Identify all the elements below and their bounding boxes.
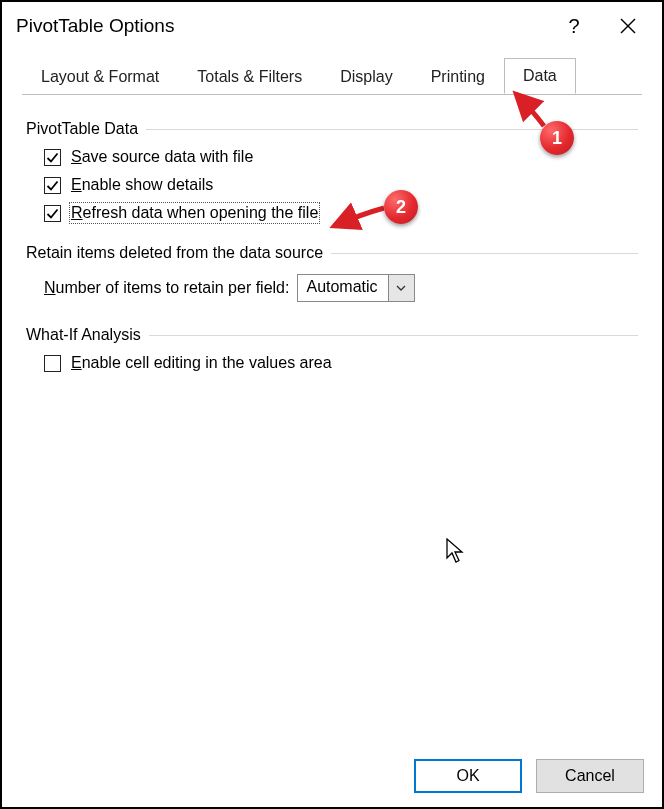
help-button[interactable]: ? [554, 6, 594, 46]
tab-data[interactable]: Data [504, 58, 576, 94]
checkbox-save-source-data[interactable] [44, 149, 61, 166]
tab-layout-format[interactable]: Layout & Format [22, 59, 178, 94]
tab-printing[interactable]: Printing [412, 59, 504, 94]
check-icon [46, 179, 59, 192]
cursor-icon [445, 538, 467, 564]
combo-retain-items-value: Automatic [298, 275, 387, 301]
section-whatif-label: What-If Analysis [26, 326, 141, 344]
section-pivottable-data-label: PivotTable Data [26, 120, 138, 138]
label-enable-show-details[interactable]: Enable show details [71, 176, 213, 194]
close-icon [620, 18, 636, 34]
row-refresh-on-open: Refresh data when opening the file [44, 204, 638, 222]
section-retain-items: Retain items deleted from the data sourc… [26, 244, 638, 262]
close-button[interactable] [608, 6, 648, 46]
label-refresh-on-open[interactable]: Refresh data when opening the file [71, 204, 318, 222]
combo-retain-items-button[interactable] [388, 275, 414, 301]
section-pivottable-data: PivotTable Data [26, 120, 638, 138]
checkbox-enable-cell-editing[interactable] [44, 355, 61, 372]
titlebar: PivotTable Options ? [2, 2, 662, 50]
tab-divider [22, 94, 642, 95]
chevron-down-icon [396, 285, 406, 291]
tab-display[interactable]: Display [321, 59, 411, 94]
row-enable-show-details: Enable show details [44, 176, 638, 194]
dialog-title: PivotTable Options [16, 15, 174, 37]
tab-panel-data: PivotTable Data Save source data with fi… [2, 94, 662, 372]
section-retain-items-label: Retain items deleted from the data sourc… [26, 244, 323, 262]
row-save-source-data: Save source data with file [44, 148, 638, 166]
check-icon [46, 207, 59, 220]
checkbox-enable-show-details[interactable] [44, 177, 61, 194]
combo-retain-items[interactable]: Automatic [297, 274, 414, 302]
label-save-source-data[interactable]: Save source data with file [71, 148, 253, 166]
row-enable-cell-editing: Enable cell editing in the values area [44, 354, 638, 372]
cancel-button[interactable]: Cancel [536, 759, 644, 793]
tab-totals-filters[interactable]: Totals & Filters [178, 59, 321, 94]
check-icon [46, 151, 59, 164]
dialog-buttons: OK Cancel [414, 759, 644, 793]
label-enable-cell-editing[interactable]: Enable cell editing in the values area [71, 354, 332, 372]
label-retain-items-field: Number of items to retain per field: [44, 279, 289, 297]
tab-strip: Layout & Format Totals & Filters Display… [2, 56, 662, 94]
ok-button[interactable]: OK [414, 759, 522, 793]
row-retain-items-field: Number of items to retain per field: Aut… [44, 274, 638, 302]
checkbox-refresh-on-open[interactable] [44, 205, 61, 222]
section-whatif: What-If Analysis [26, 326, 638, 344]
